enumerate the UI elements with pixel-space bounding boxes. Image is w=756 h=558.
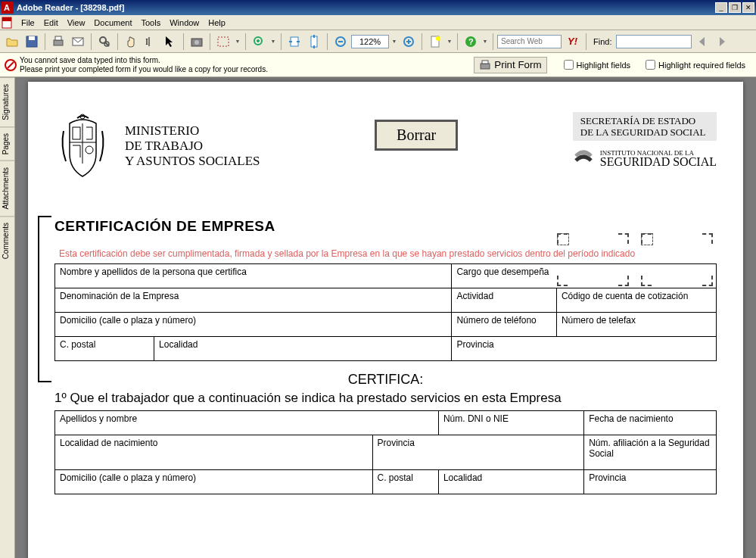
field-dni[interactable]: Núm. DNI o NIE bbox=[438, 411, 583, 435]
dropdown-icon[interactable]: ▼ bbox=[234, 39, 241, 44]
field-cpostal-empresa[interactable]: C. postal bbox=[55, 337, 154, 361]
section-bracket bbox=[38, 216, 51, 382]
page-viewport[interactable]: MINISTERIO DE TRABAJO Y ASUNTOS SOCIALES… bbox=[15, 77, 756, 558]
svg-rect-21 bbox=[311, 36, 317, 47]
sidebar: Signatures Pages Attachments Comments bbox=[0, 77, 15, 558]
form-msg-line2: Please print your completed form if you … bbox=[20, 65, 471, 74]
field-provincia-nacimiento[interactable]: Provincia bbox=[372, 435, 584, 470]
cert-note: Esta certificación debe ser cumplimentad… bbox=[54, 248, 717, 259]
menu-tools[interactable]: Tools bbox=[137, 17, 166, 29]
minimize-button[interactable]: _ bbox=[715, 2, 727, 13]
dropdown-icon[interactable]: ▼ bbox=[390, 39, 398, 44]
highlight-required-checkbox[interactable]: Highlight required fields bbox=[646, 60, 745, 70]
menu-edit[interactable]: Edit bbox=[39, 17, 63, 29]
sidebar-tab-signatures[interactable]: Signatures bbox=[0, 77, 14, 126]
restore-button[interactable]: ❐ bbox=[729, 2, 741, 13]
field-provincia-trabajador[interactable]: Provincia bbox=[584, 470, 717, 494]
dropdown-icon[interactable]: ▼ bbox=[269, 39, 277, 44]
svg-point-28 bbox=[436, 36, 440, 41]
field-denominacion[interactable]: Denominación de la Empresa bbox=[55, 288, 452, 313]
rectangle-zoom-icon[interactable] bbox=[214, 33, 232, 51]
app-icon: A bbox=[2, 2, 14, 14]
fit-page-icon[interactable] bbox=[305, 33, 323, 51]
find-label: Find: bbox=[593, 37, 611, 46]
sidebar-tab-pages[interactable]: Pages bbox=[0, 126, 14, 161]
select-tool-icon[interactable] bbox=[161, 33, 179, 51]
pdf-page: MINISTERIO DE TRABAJO Y ASUNTOS SOCIALES… bbox=[28, 82, 743, 558]
field-num-afiliacion[interactable]: Núm. afiliación a la Seguridad Social bbox=[584, 435, 717, 470]
zoom-input[interactable] bbox=[351, 35, 389, 48]
svg-rect-34 bbox=[482, 61, 488, 64]
help-icon[interactable]: ? bbox=[462, 33, 480, 51]
field-nombre-certifica[interactable]: Nombre y apellidos de la persona que cer… bbox=[55, 264, 452, 288]
sidebar-tab-comments[interactable]: Comments bbox=[0, 216, 14, 265]
print-form-label: Print Form bbox=[494, 59, 541, 70]
spain-coat-of-arms-icon bbox=[54, 112, 111, 180]
web-search-input[interactable] bbox=[497, 35, 562, 48]
warning-icon bbox=[5, 59, 17, 71]
close-button[interactable]: ✕ bbox=[742, 2, 754, 13]
worker-table: Apellidos y nombre Núm. DNI o NIE Fecha … bbox=[54, 410, 717, 494]
svg-rect-6 bbox=[54, 40, 63, 45]
dropdown-icon[interactable]: ▼ bbox=[446, 39, 453, 44]
seguridad-social-text: INSTITUTO NACIONAL DE LA SEGURIDAD SOCIA… bbox=[600, 149, 717, 166]
toolbar: I ▼ ▼ ▼ ▼ ? ▼ Y! Find: bbox=[0, 30, 756, 53]
window-titlebar: A Adobe Reader - [38298.pdf] _ ❐ ✕ bbox=[0, 0, 756, 15]
email-icon[interactable] bbox=[69, 33, 87, 51]
save-icon[interactable] bbox=[23, 33, 41, 51]
field-provincia-empresa[interactable]: Provincia bbox=[452, 337, 717, 361]
borrar-button[interactable]: Borrar bbox=[375, 120, 458, 151]
snapshot-icon[interactable] bbox=[188, 33, 206, 51]
yahoo-icon[interactable]: Y! bbox=[568, 36, 577, 47]
field-localidad-nacimiento[interactable]: Localidad de nacimiento bbox=[55, 435, 373, 470]
find-input[interactable] bbox=[616, 35, 692, 48]
field-actividad[interactable]: Actividad bbox=[452, 288, 557, 313]
field-localidad-empresa[interactable]: Localidad bbox=[154, 337, 452, 361]
menu-window[interactable]: Window bbox=[165, 17, 204, 29]
ministerio-text: MINISTERIO DE TRABAJO Y ASUNTOS SOCIALES bbox=[125, 123, 260, 169]
field-telefax[interactable]: Número de telefax bbox=[556, 313, 716, 337]
certifica-heading: CERTIFICA: bbox=[54, 372, 717, 388]
field-domicilio-trabajador[interactable]: Domicilio (calle o plaza y número) bbox=[55, 470, 373, 494]
field-cargo[interactable]: Cargo que desempeña bbox=[452, 264, 717, 288]
field-localidad-trabajador[interactable]: Localidad bbox=[438, 470, 583, 494]
zoom-in-circle-icon[interactable] bbox=[400, 33, 418, 51]
highlight-fields-checkbox[interactable]: Highlight fields bbox=[564, 60, 631, 70]
field-fecha-nacimiento[interactable]: Fecha de nacimiento bbox=[584, 411, 717, 435]
sidebar-tab-attachments[interactable]: Attachments bbox=[0, 161, 14, 216]
field-codigo-cotizacion[interactable]: Código de cuenta de cotización bbox=[556, 288, 716, 313]
menu-file[interactable]: File bbox=[17, 17, 39, 29]
new-doc-icon[interactable] bbox=[426, 33, 444, 51]
menu-document[interactable]: Document bbox=[89, 17, 136, 29]
search-icon[interactable] bbox=[95, 33, 114, 51]
print-icon[interactable] bbox=[49, 33, 67, 51]
secretaria-estado-label: SECRETARÍA DE ESTADO DE LA SEGURIDAD SOC… bbox=[573, 112, 717, 141]
field-telefono[interactable]: Número de teléfono bbox=[452, 313, 557, 337]
menu-view[interactable]: View bbox=[63, 17, 90, 29]
find-next-icon[interactable] bbox=[713, 33, 731, 51]
svg-rect-16 bbox=[218, 37, 229, 46]
print-form-button[interactable]: Print Form bbox=[474, 57, 546, 73]
dropdown-icon[interactable]: ▼ bbox=[481, 39, 489, 44]
zoom-in-icon[interactable] bbox=[250, 33, 268, 51]
company-table: Nombre y apellidos de la persona que cer… bbox=[54, 263, 717, 361]
text-select-icon[interactable]: I bbox=[142, 33, 160, 51]
zoom-out-icon[interactable] bbox=[331, 33, 350, 51]
svg-rect-5 bbox=[29, 36, 35, 40]
field-domicilio-empresa[interactable]: Domicilio (calle o plaza y número) bbox=[55, 313, 452, 337]
field-apellidos-nombre[interactable]: Apellidos y nombre bbox=[55, 411, 439, 435]
hand-tool-icon[interactable] bbox=[122, 33, 140, 51]
svg-rect-7 bbox=[55, 36, 61, 40]
open-icon[interactable] bbox=[3, 33, 21, 51]
main-area: Signatures Pages Attachments Comments bbox=[0, 77, 756, 558]
svg-text:I: I bbox=[145, 36, 148, 47]
field-cpostal-trabajador[interactable]: C. postal bbox=[372, 470, 438, 494]
cert-title: CERTIFICACIÓN DE EMPRESA bbox=[54, 218, 717, 235]
pdf-icon bbox=[2, 17, 14, 29]
find-prev-icon[interactable] bbox=[693, 33, 711, 51]
svg-text:?: ? bbox=[468, 37, 474, 46]
window-title: Adobe Reader - [38298.pdf] bbox=[17, 3, 714, 12]
fit-width-icon[interactable] bbox=[285, 33, 303, 51]
form-msg-line1: You cannot save data typed into this for… bbox=[20, 56, 471, 65]
menu-help[interactable]: Help bbox=[204, 17, 230, 29]
